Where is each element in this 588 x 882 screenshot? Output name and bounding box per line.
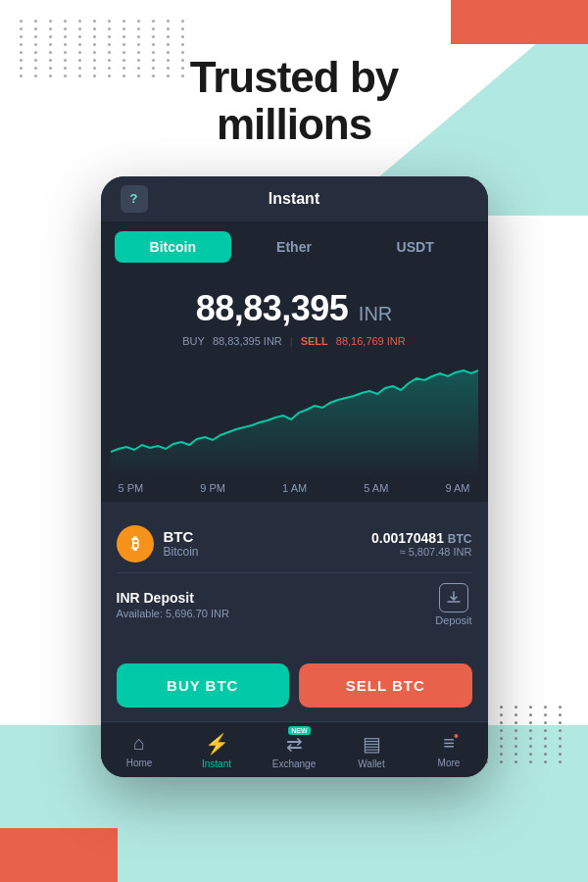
sell-btc-button[interactable]: SELL BTC — [299, 663, 472, 708]
buy-value: 88,83,395 INR — [213, 335, 282, 347]
price-chart — [111, 359, 478, 476]
nav-wallet-label: Wallet — [358, 759, 384, 769]
wallet-section: ₿ BTC Bitcoin 0.00170481 BTC ≈ 5,807.48 … — [101, 502, 488, 650]
bottom-nav: ⌂ Home ⚡ Instant ⇄ NEW Exchange ▤ Wallet… — [101, 721, 488, 777]
exchange-icon: ⇄ NEW — [286, 732, 303, 756]
wallet-icon: ▤ — [363, 732, 381, 756]
deposit-label: Deposit — [435, 614, 471, 626]
coin-left: ₿ BTC Bitcoin — [117, 525, 199, 563]
nav-wallet[interactable]: ▤ Wallet — [333, 732, 411, 769]
bg-orange-bottom-left — [0, 828, 118, 882]
help-icon: ? — [121, 185, 148, 213]
sell-label: SELL — [301, 335, 328, 347]
balance-unit: BTC — [448, 532, 472, 546]
price-buysell: BUY 88,83,395 INR | SELL 88,16,769 INR — [121, 335, 468, 347]
time-label-1: 5 PM — [119, 482, 144, 494]
nav-more-label: More — [438, 758, 461, 768]
tab-usdt[interactable]: USDT — [357, 231, 474, 263]
instant-icon: ⚡ — [205, 732, 229, 756]
time-label-5: 9 AM — [445, 482, 469, 494]
tab-ether[interactable]: Ether — [235, 231, 353, 263]
time-label-3: 1 AM — [282, 482, 307, 494]
time-label-4: 5 AM — [364, 482, 388, 494]
header-title: Instant — [269, 190, 319, 208]
main-content: Trusted by millions ? Instant Bitcoin Et… — [0, 0, 588, 777]
buy-btc-button[interactable]: BUY BTC — [117, 663, 290, 708]
action-buttons: BUY BTC SELL BTC — [101, 650, 488, 721]
buy-label: BUY — [182, 335, 205, 347]
nav-home[interactable]: ⌂ Home — [101, 732, 178, 769]
phone-mockup: ? Instant Bitcoin Ether USDT 88,83,395 I… — [101, 176, 488, 777]
chart-time-labels: 5 PM 9 PM 1 AM 5 AM 9 AM — [111, 480, 478, 502]
headline: Trusted by millions — [190, 54, 399, 149]
inr-wallet-row: INR Deposit Available: 5,696.70 INR Depo… — [117, 573, 472, 636]
price-currency: INR — [359, 303, 392, 324]
buysell-divider: | — [290, 335, 293, 347]
coin-symbol: BTC — [164, 528, 199, 545]
deposit-icon — [439, 583, 468, 612]
btc-wallet-row: ₿ BTC Bitcoin 0.00170481 BTC ≈ 5,807.48 … — [117, 515, 472, 573]
time-label-2: 9 PM — [200, 482, 225, 494]
nav-instant[interactable]: ⚡ Instant — [178, 732, 256, 769]
price-value: 88,83,395 — [196, 288, 349, 328]
sell-value: 88,16,769 INR — [336, 335, 406, 347]
tab-bitcoin[interactable]: Bitcoin — [115, 231, 232, 263]
price-section: 88,83,395 INR BUY 88,83,395 INR | SELL 8… — [101, 272, 488, 355]
btc-icon: ₿ — [117, 525, 154, 563]
inr-info: INR Deposit Available: 5,696.70 INR — [117, 590, 229, 619]
price-display: 88,83,395 INR — [121, 288, 468, 329]
btc-balance: 0.00170481 BTC ≈ 5,807.48 INR — [371, 530, 472, 558]
coin-name: Bitcoin — [164, 545, 199, 559]
nav-exchange[interactable]: ⇄ NEW Exchange — [256, 732, 333, 769]
nav-instant-label: Instant — [202, 759, 231, 769]
more-icon: ≡ — [443, 732, 455, 755]
tab-row: Bitcoin Ether USDT — [101, 221, 488, 272]
inr-available: Available: 5,696.70 INR — [117, 608, 229, 619]
home-icon: ⌂ — [133, 732, 145, 755]
inr-label: INR Deposit — [117, 590, 229, 606]
phone-header: ? Instant — [101, 176, 488, 221]
nav-more[interactable]: ≡ More — [411, 732, 488, 769]
coin-info: BTC Bitcoin — [164, 528, 199, 559]
deposit-button[interactable]: Deposit — [435, 583, 471, 626]
nav-exchange-label: Exchange — [272, 759, 316, 769]
nav-home-label: Home — [126, 758, 153, 768]
balance-amount: 0.00170481 BTC — [371, 530, 472, 546]
balance-inr: ≈ 5,807.48 INR — [371, 546, 472, 558]
chart-area: 5 PM 9 PM 1 AM 5 AM 9 AM — [101, 355, 488, 502]
exchange-badge: NEW — [288, 726, 310, 735]
